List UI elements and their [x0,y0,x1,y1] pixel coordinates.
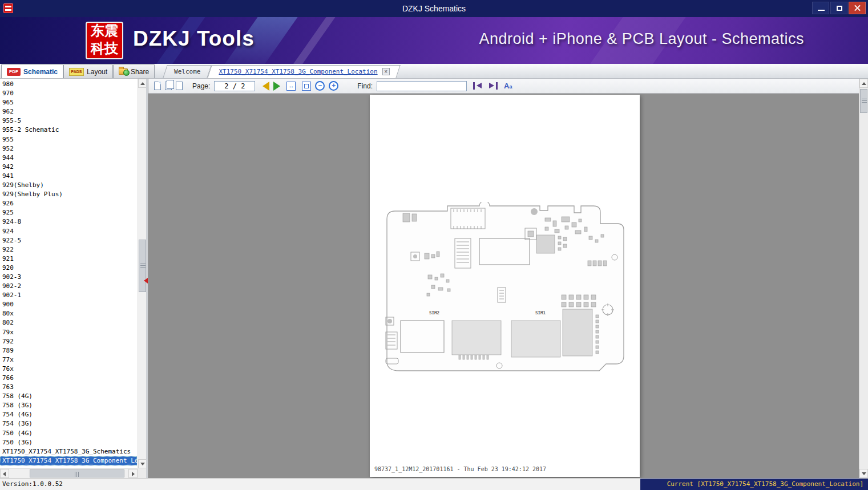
splitter-collapse-icon[interactable] [144,278,148,284]
sidebar-item[interactable]: 79x [0,328,137,337]
previous-page-icon[interactable] [263,82,269,91]
sidebar-item[interactable]: 955 [0,135,137,144]
sidebar-item[interactable]: 922 [0,245,137,254]
page-footer: 98737_1_12M12_201701161 - Thu Feb 23 19:… [374,466,546,472]
sidebar-item[interactable]: 902-1 [0,291,137,300]
sidebar-item[interactable]: 766 [0,374,137,383]
tab-schematic-label: Schematic [23,68,58,76]
scrollbar-corner [138,468,146,478]
sidebar-item[interactable]: 902-2 [0,282,137,291]
sidebar-list: 980970965962955-5955-2 Schematic95595294… [0,80,137,467]
document-tabs: Welcome XT1750_X71754_XT1758_3G_Componen… [165,64,399,78]
find-previous-icon[interactable] [473,82,482,90]
sidebar-item[interactable]: 754 (3G) [0,419,137,428]
sidebar-item[interactable]: 955-5 [0,116,137,125]
next-page-icon[interactable] [273,82,280,91]
page-number-input[interactable] [214,81,255,91]
sidebar-item[interactable]: 792 [0,337,137,346]
app-icon [3,3,13,13]
sidebar-item[interactable]: 902-3 [0,273,137,282]
tab-share[interactable]: Share [113,64,155,78]
logo-line2: 科技 [86,39,123,57]
scroll-down-icon[interactable] [859,469,868,478]
zoom-out-icon[interactable]: − [315,81,325,91]
sidebar-item[interactable]: 802 [0,318,137,327]
tab-close-icon[interactable]: × [382,68,390,75]
minimize-button[interactable] [812,2,829,14]
pads-icon: PADS [69,68,84,76]
scroll-left-icon[interactable] [0,469,9,478]
sidebar-item[interactable]: 941 [0,172,137,181]
tab-share-label: Share [131,68,149,76]
sidebar-item[interactable]: 763 [0,383,137,392]
scroll-down-icon[interactable] [138,459,147,468]
find-input[interactable] [377,81,467,91]
doc-tab-component-location-label: XT1750_X71754_XT1758_3G_Component_Locati… [219,68,377,75]
single-page-icon[interactable] [154,82,161,90]
sidebar-item[interactable]: 929(Shelby) [0,181,137,190]
sidebar-item[interactable]: 970 [0,89,137,98]
scroll-right-icon[interactable] [128,469,138,478]
sidebar-item[interactable]: 750 (4G) [0,429,137,438]
sidebar-item[interactable]: 76x [0,365,137,374]
minimize-icon [818,10,825,11]
sidebar-item[interactable]: 754 (4G) [0,410,137,419]
sidebar-item[interactable]: 980 [0,80,137,89]
sidebar-item[interactable]: 944 [0,153,137,163]
pdf-icon: PDF [7,68,21,76]
sidebar-item[interactable]: 952 [0,144,137,153]
sidebar-item[interactable]: 758 (3G) [0,401,137,410]
sidebar-item[interactable]: 924-8 [0,217,137,226]
version-text: Version:1.0.0.52 [0,479,640,490]
sidebar-item[interactable]: 924 [0,227,137,236]
scrollbar-thumb[interactable] [139,240,146,292]
sim2-label: SIM2 [429,310,439,315]
sidebar-item[interactable]: 80x [0,309,137,318]
sidebar-item[interactable]: 921 [0,254,137,264]
tab-schematic[interactable]: PDF Schematic [1,64,63,78]
pdf-page: SIM2 SIM1 98737_1_12M12_201701161 - Thu … [370,95,640,477]
sidebar-item[interactable]: 77x [0,355,137,365]
sidebar-item[interactable]: 955-2 Schematic [0,125,137,135]
close-button[interactable] [849,2,866,14]
doc-tab-component-location[interactable]: XT1750_X71754_XT1758_3G_Component_Locati… [209,65,398,78]
zoom-in-icon[interactable]: + [329,81,338,91]
facing-pages-icon[interactable] [165,82,172,90]
page-label: Page: [192,82,210,90]
scrollbar-thumb[interactable] [860,89,867,113]
doc-tab-welcome[interactable]: Welcome [165,65,209,78]
sidebar-item[interactable]: 750 (3G) [0,438,137,447]
share-folder-icon [119,68,128,75]
sidebar-item[interactable]: XT1750_X71754_XT1758_3G_Schematics [0,447,137,456]
sidebar-item[interactable]: 925 [0,208,137,217]
fit-page-icon[interactable] [302,82,311,91]
sidebar-horizontal-scrollbar[interactable] [0,468,138,478]
sidebar-item[interactable]: 920 [0,264,137,273]
viewer-vertical-scrollbar[interactable] [859,79,868,478]
sidebar-item[interactable]: 926 [0,199,137,208]
sidebar-item[interactable]: XT1750_X71754_XT1758_3G_Component_Loca [0,456,137,465]
sidebar-item[interactable]: 942 [0,163,137,172]
match-case-icon[interactable]: Aa [504,82,512,90]
tab-layout-label: Layout [87,68,107,76]
maximize-button[interactable] [830,2,847,14]
sidebar-item[interactable]: 789 [0,346,137,355]
page-spread-icon[interactable] [176,82,183,90]
tab-layout[interactable]: PADS Layout [63,64,113,78]
maximize-icon [837,6,842,11]
pdf-viewer[interactable]: SIM2 SIM1 98737_1_12M12_201701161 - Thu … [148,94,859,478]
sidebar-item[interactable]: 962 [0,107,137,116]
pdf-toolbar: Page: ↔ − + Find: Aa [148,79,859,94]
scroll-up-icon[interactable] [138,79,147,88]
sidebar-item[interactable]: 922-5 [0,236,137,245]
scrollbar-thumb[interactable] [30,469,124,477]
sidebar-vertical-scrollbar[interactable] [138,79,146,468]
sidebar-item[interactable]: 965 [0,98,137,107]
sidebar-item[interactable]: 929(Shelby Plus) [0,190,137,199]
fit-width-icon[interactable]: ↔ [286,82,296,91]
find-next-icon[interactable] [488,82,498,90]
dzkj-logo: 东震 科技 [86,22,123,59]
sidebar-item[interactable]: 900 [0,300,137,309]
sidebar-item[interactable]: 758 (4G) [0,392,137,401]
scroll-up-icon[interactable] [859,79,868,88]
